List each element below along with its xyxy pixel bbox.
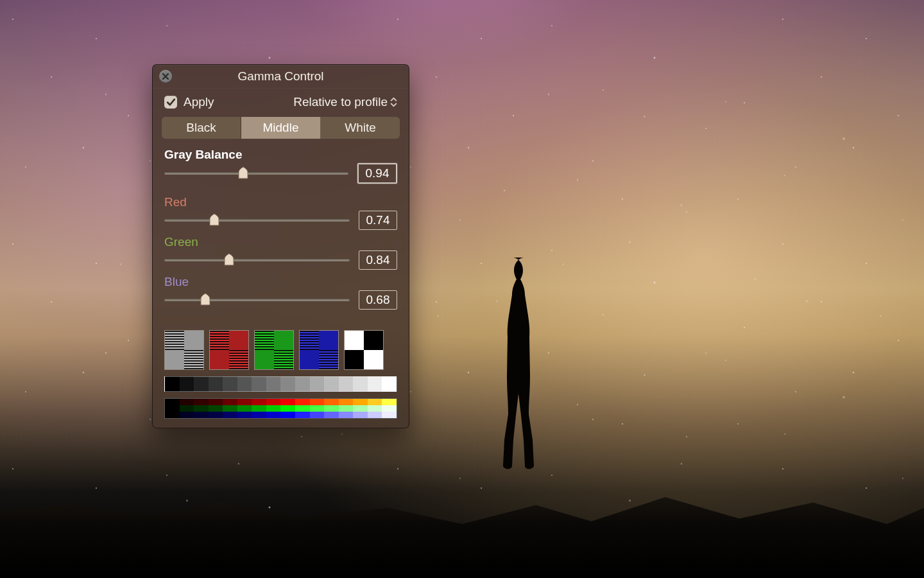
input-green-value-field[interactable] xyxy=(359,252,397,268)
slider-green: Green xyxy=(164,235,397,270)
slider-green-thumb[interactable] xyxy=(223,252,235,267)
tabs: Black Middle White xyxy=(162,117,400,139)
slider-gray-balance: Gray Balance xyxy=(164,148,397,184)
mode-label: Relative to profile xyxy=(293,95,388,109)
apply-checkbox[interactable]: Apply xyxy=(164,95,214,109)
stepper-icon xyxy=(390,97,397,107)
slider-green-track[interactable] xyxy=(164,259,350,261)
tab-white[interactable]: White xyxy=(321,117,400,139)
swatch-blue[interactable] xyxy=(299,330,339,370)
mode-popup[interactable]: Relative to profile xyxy=(293,95,397,109)
input-blue-value-field[interactable] xyxy=(359,292,397,308)
apply-label: Apply xyxy=(184,95,214,109)
slider-red-track[interactable] xyxy=(164,219,350,222)
swatch-red[interactable] xyxy=(209,330,249,370)
slider-red-label: Red xyxy=(164,195,397,209)
slider-blue-label: Blue xyxy=(164,275,397,289)
slider-red: Red xyxy=(164,195,397,230)
slider-blue: Blue xyxy=(164,275,397,310)
swatch-green[interactable] xyxy=(254,330,294,370)
slider-green-label: Green xyxy=(164,235,397,249)
slider-blue-thumb[interactable] xyxy=(199,292,212,306)
input-red-value[interactable] xyxy=(359,211,397,230)
titlebar[interactable]: Gamma Control xyxy=(153,65,409,89)
input-gray-value[interactable] xyxy=(357,163,397,184)
gamma-control-panel: Gamma Control Apply Relative to profile … xyxy=(152,64,409,428)
swatch-gray[interactable] xyxy=(164,330,204,370)
gradient-gray-steps xyxy=(164,376,397,392)
slider-gray-label: Gray Balance xyxy=(164,148,397,162)
slider-red-thumb[interactable] xyxy=(208,213,221,227)
slider-gray-track[interactable] xyxy=(164,172,348,175)
input-green-value[interactable] xyxy=(359,250,397,270)
input-blue-value[interactable] xyxy=(359,290,397,310)
calibration-swatches xyxy=(153,330,409,370)
gradient-rgb-steps xyxy=(164,398,397,419)
input-gray-value-field[interactable] xyxy=(359,166,396,181)
slider-blue-track[interactable] xyxy=(164,299,350,301)
tab-black[interactable]: Black xyxy=(162,117,241,139)
close-button[interactable] xyxy=(159,70,172,83)
slider-gray-thumb[interactable] xyxy=(237,166,250,180)
swatch-bw[interactable] xyxy=(344,330,384,370)
input-red-value-field[interactable] xyxy=(359,213,397,228)
tab-middle[interactable]: Middle xyxy=(241,117,321,139)
window-title: Gamma Control xyxy=(237,69,323,83)
close-icon xyxy=(162,73,169,80)
checkbox-icon xyxy=(164,96,177,109)
background-sky xyxy=(0,0,924,578)
